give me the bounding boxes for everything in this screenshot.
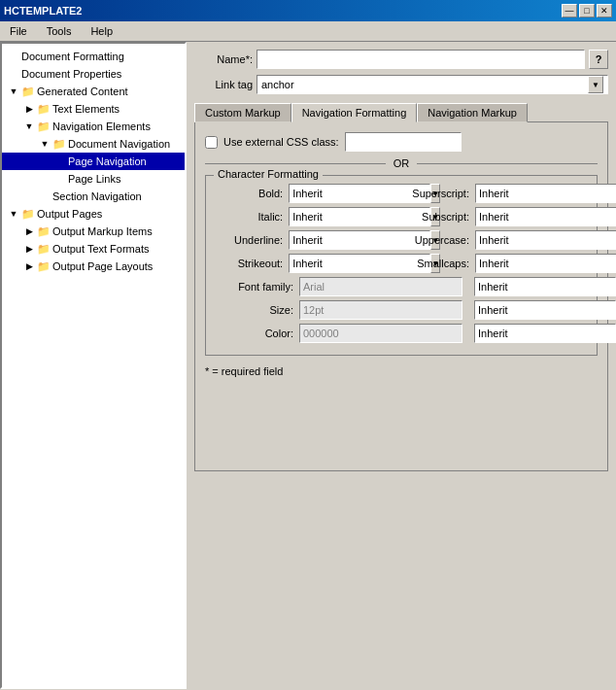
tree-label-output-pages: Output Pages xyxy=(37,208,102,220)
tree-label-section-navigation: Section Navigation xyxy=(52,190,142,202)
main-container: Document Formatting Document Properties … xyxy=(0,42,616,689)
css-class-input[interactable] xyxy=(345,132,462,152)
tree-item-output-text-formats[interactable]: ▶ 📁 Output Text Formats xyxy=(2,240,185,258)
character-formatting-group: Character Formatting Bold: ▼ Superscript… xyxy=(205,175,598,356)
superscript-select[interactable] xyxy=(475,184,616,203)
tab-navigation-formatting[interactable]: Navigation Formatting xyxy=(291,103,418,122)
name-input[interactable] xyxy=(257,50,585,69)
folder-icon-text-elements: 📁 xyxy=(37,102,51,116)
tree-item-section-navigation[interactable]: Section Navigation xyxy=(2,188,185,205)
uppercase-select-wrap: ▼ xyxy=(475,230,587,250)
tab-content: Use external CSS class: OR Character For… xyxy=(194,121,608,471)
tree-item-page-links[interactable]: Page Links xyxy=(2,170,185,188)
tree-item-generated-content[interactable]: ▼ 📁 Generated Content xyxy=(2,83,185,100)
subscript-label: Subscript: xyxy=(406,211,469,223)
link-tag-row: Link tag anchor ▼ xyxy=(194,75,608,94)
size-label: Size: xyxy=(216,304,293,316)
strikeout-row: Strikeout: ▼ Smallcaps: ▼ xyxy=(216,254,587,273)
bold-row: Bold: ▼ Superscript: ▼ xyxy=(216,184,587,203)
folder-icon-navigation-elements: 📁 xyxy=(37,120,51,133)
menu-file[interactable]: File xyxy=(4,23,33,39)
name-label: Name*: xyxy=(194,53,253,65)
color-input[interactable] xyxy=(299,324,462,343)
tree-label-output-text-formats: Output Text Formats xyxy=(52,243,149,255)
use-external-css-checkbox[interactable] xyxy=(205,136,218,149)
smallcaps-label: Smallcaps: xyxy=(406,258,469,269)
expander-navigation-elements: ▼ xyxy=(21,119,37,134)
color-right-select[interactable] xyxy=(474,324,616,343)
name-row: Name*: ? xyxy=(194,50,608,69)
help-button[interactable]: ? xyxy=(589,50,608,69)
expander-doc-formatting xyxy=(6,49,21,64)
size-row: Size: ▼ xyxy=(216,300,587,320)
expander-doc-properties xyxy=(6,66,21,82)
link-tag-label: Link tag xyxy=(194,79,253,90)
tree-item-document-formatting[interactable]: Document Formatting xyxy=(2,48,185,65)
subscript-select[interactable] xyxy=(475,207,616,226)
expander-output-text-formats: ▶ xyxy=(21,241,37,257)
tree-label-document-properties: Document Properties xyxy=(21,68,121,80)
right-panel: Name*: ? Link tag anchor ▼ Custom Markup… xyxy=(187,42,616,689)
menu-tools[interactable]: Tools xyxy=(41,23,78,39)
tree-item-output-page-layouts[interactable]: ▶ 📁 Output Page Layouts xyxy=(2,258,185,275)
folder-icon-output-markup-items: 📁 xyxy=(37,224,51,238)
underline-label: Underline: xyxy=(216,234,283,246)
folder-icon-output-page-layouts: 📁 xyxy=(37,259,51,273)
window-controls: — □ ✕ xyxy=(562,4,612,17)
font-family-label: Font family: xyxy=(216,281,293,293)
superscript-label: Superscript: xyxy=(406,188,469,199)
smallcaps-select[interactable] xyxy=(475,254,616,273)
uppercase-label: Uppercase: xyxy=(406,234,469,246)
expander-output-pages: ▼ xyxy=(6,206,21,222)
color-right-wrap: ▼ xyxy=(474,324,586,343)
close-button[interactable]: ✕ xyxy=(597,4,612,17)
expander-document-navigation: ▼ xyxy=(37,136,52,152)
tab-custom-markup[interactable]: Custom Markup xyxy=(194,103,291,122)
italic-select-wrap: ▼ xyxy=(289,207,400,226)
tree-label-page-navigation: Page Navigation xyxy=(68,155,147,167)
size-right-select[interactable] xyxy=(474,300,616,320)
font-family-right-wrap: ▼ xyxy=(474,277,586,296)
tree-item-output-pages[interactable]: ▼ 📁 Output Pages xyxy=(2,205,185,223)
required-note: * = required field xyxy=(205,365,598,377)
tree-label-document-formatting: Document Formatting xyxy=(21,51,124,62)
link-tag-select[interactable]: anchor ▼ xyxy=(257,75,608,94)
maximize-button[interactable]: □ xyxy=(579,4,595,17)
tree-item-output-markup-items[interactable]: ▶ 📁 Output Markup Items xyxy=(2,223,185,240)
tabs-row: Custom Markup Navigation Formatting Navi… xyxy=(194,102,608,121)
expander-output-page-layouts: ▶ xyxy=(21,259,37,274)
bold-select-wrap: ▼ xyxy=(289,184,400,203)
folder-icon-output-pages: 📁 xyxy=(21,207,35,221)
underline-row: Underline: ▼ Uppercase: ▼ xyxy=(216,230,587,250)
use-external-css-label: Use external CSS class: xyxy=(223,136,339,148)
folder-icon-document-navigation: 📁 xyxy=(52,137,66,151)
or-text: OR xyxy=(386,157,418,169)
bold-label: Bold: xyxy=(216,188,283,199)
uppercase-select[interactable] xyxy=(475,230,616,250)
tree-label-text-elements: Text Elements xyxy=(52,103,120,115)
size-input[interactable] xyxy=(299,300,462,320)
tree-item-document-properties[interactable]: Document Properties xyxy=(2,65,185,83)
strikeout-select-wrap: ▼ xyxy=(289,254,400,273)
expander-output-markup-items: ▶ xyxy=(21,224,37,239)
italic-label: Italic: xyxy=(216,211,283,223)
tree-label-generated-content: Generated Content xyxy=(37,86,128,97)
tree-label-output-page-layouts: Output Page Layouts xyxy=(52,260,153,272)
tree-item-navigation-elements[interactable]: ▼ 📁 Navigation Elements xyxy=(2,118,185,135)
font-family-row: Font family: ▼ xyxy=(216,277,587,296)
tab-navigation-markup[interactable]: Navigation Markup xyxy=(417,103,528,122)
link-tag-arrow: ▼ xyxy=(588,76,603,93)
title-bar: HCTEMPLATE2 — □ ✕ xyxy=(0,0,616,21)
minimize-button[interactable]: — xyxy=(562,4,577,17)
tree-label-page-links: Page Links xyxy=(68,173,120,185)
font-family-right-select[interactable] xyxy=(474,277,616,296)
tree-item-document-navigation[interactable]: ▼ 📁 Document Navigation xyxy=(2,135,185,153)
underline-select-wrap: ▼ xyxy=(289,230,400,250)
menu-help[interactable]: Help xyxy=(85,23,119,39)
tree-item-text-elements[interactable]: ▶ 📁 Text Elements xyxy=(2,100,185,118)
subscript-select-wrap: ▼ xyxy=(475,207,587,226)
tree-panel: Document Formatting Document Properties … xyxy=(0,42,187,689)
font-family-input[interactable] xyxy=(299,277,462,296)
tree-item-page-navigation[interactable]: Page Navigation xyxy=(2,153,185,170)
superscript-select-wrap: ▼ xyxy=(475,184,587,203)
